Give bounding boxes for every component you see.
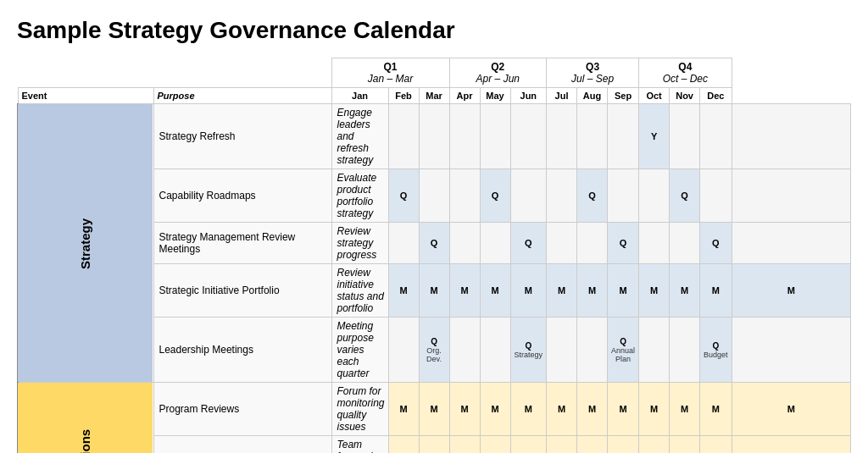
calendar-cell: M: [608, 264, 639, 318]
calendar-cell: [449, 169, 480, 223]
aug-header: Aug: [577, 88, 608, 104]
event-purpose: Meeting purpose varies each quarter: [331, 318, 388, 383]
page-title: Sample Strategy Governance Calendar: [17, 17, 851, 44]
calendar-cell: [732, 318, 850, 383]
calendar-cell: M: [700, 383, 732, 436]
q4-header: Q4 Oct – Dec: [639, 58, 732, 88]
calendar-cell: Y: [639, 104, 670, 169]
calendar-cell: [449, 318, 480, 383]
calendar-cell: [510, 169, 547, 223]
calendar-cell: M: [547, 383, 577, 436]
event-purpose: Team focused on optimizing processes: [331, 436, 388, 454]
calendar-cell: M: [419, 436, 449, 454]
calendar-cell: Q: [480, 169, 510, 223]
calendar-cell: M: [480, 436, 510, 454]
calendar-cell: M: [547, 264, 577, 318]
calendar-cell: M: [670, 436, 700, 454]
calendar-cell: QBudget: [700, 318, 732, 383]
event-name: Program Reviews: [153, 383, 331, 436]
calendar-cell: M: [732, 436, 850, 454]
event-purpose: Evaluate product portfolio strategy: [331, 169, 388, 223]
calendar-cell: [419, 169, 449, 223]
calendar-cell: Q: [608, 223, 639, 264]
calendar-cell: [419, 104, 449, 169]
q4-sub: Oct – Dec: [643, 73, 728, 85]
quarter-header-row: Q1 Jan – Mar Q2 Apr – Jun Q3 Jul – Sep Q…: [18, 58, 851, 88]
q3-header: Q3 Jul – Sep: [547, 58, 639, 88]
event-name: Strategic Initiative Portfolio: [153, 264, 331, 318]
q2-sub: Apr – Jun: [453, 73, 543, 85]
calendar-cell: [547, 104, 577, 169]
jun-header: Jun: [510, 88, 547, 104]
section-label-operations: Operations: [18, 383, 153, 454]
feb-header: Feb: [388, 88, 419, 104]
calendar-cell: [700, 104, 732, 169]
table-row: OperationsProgram ReviewsForum for monit…: [18, 383, 851, 436]
calendar-cell: M: [700, 264, 732, 318]
dec-header: Dec: [700, 88, 732, 104]
calendar-cell: [732, 104, 850, 169]
event-purpose: Review initiative status and portfolio: [331, 264, 388, 318]
calendar-cell: [547, 318, 577, 383]
calendar-cell: M: [419, 383, 449, 436]
event-purpose: Review strategy progress: [331, 223, 388, 264]
calendar-cell: M: [547, 436, 577, 454]
apr-header: Apr: [449, 88, 480, 104]
calendar-cell: M: [388, 264, 419, 318]
calendar-cell: Q: [670, 169, 700, 223]
mar-header: Mar: [419, 88, 449, 104]
calendar-cell: [388, 223, 419, 264]
q2-header: Q2 Apr – Jun: [449, 58, 547, 88]
calendar-cell: M: [510, 436, 547, 454]
calendar-cell: [608, 104, 639, 169]
calendar-cell: M: [577, 436, 608, 454]
calendar-cell: M: [670, 264, 700, 318]
calendar-table: Q1 Jan – Mar Q2 Apr – Jun Q3 Jul – Sep Q…: [17, 58, 851, 453]
calendar-cell: [480, 318, 510, 383]
event-name: Strategy Management Review Meetings: [153, 223, 331, 264]
event-name: Strategy Refresh: [153, 104, 331, 169]
calendar-cell: [670, 104, 700, 169]
q3-label: Q3: [550, 61, 635, 73]
calendar-cell: [700, 169, 732, 223]
may-header: May: [480, 88, 510, 104]
nov-header: Nov: [670, 88, 700, 104]
calendar-cell: [639, 223, 670, 264]
oct-header: Oct: [639, 88, 670, 104]
calendar-cell: Q: [419, 223, 449, 264]
calendar-cell: [547, 169, 577, 223]
calendar-cell: M: [449, 264, 480, 318]
calendar-cell: M: [700, 436, 732, 454]
calendar-cell: [670, 223, 700, 264]
event-name: Capability Roadmaps: [153, 169, 331, 223]
calendar-cell: M: [480, 264, 510, 318]
calendar-cell: Q: [388, 169, 419, 223]
purpose-col-header: Purpose: [153, 88, 331, 104]
calendar-cell: [732, 223, 850, 264]
event-name: Leadership Meetings: [153, 318, 331, 383]
q1-header: Q1 Jan – Mar: [331, 58, 449, 88]
q4-label: Q4: [643, 61, 728, 73]
calendar-cell: [449, 104, 480, 169]
jan-header: Jan: [331, 88, 388, 104]
calendar-cell: [732, 169, 850, 223]
calendar-cell: [639, 318, 670, 383]
calendar-cell: [639, 169, 670, 223]
column-labels-row: Event Purpose Jan Feb Mar Apr May Jun Ju…: [18, 88, 851, 104]
calendar-cell: [608, 169, 639, 223]
calendar-cell: [388, 318, 419, 383]
calendar-cell: Q: [700, 223, 732, 264]
calendar-cell: [449, 223, 480, 264]
q2-label: Q2: [453, 61, 543, 73]
event-purpose: Engage leaders and refresh strategy: [331, 104, 388, 169]
calendar-cell: M: [388, 436, 419, 454]
calendar-cell: M: [577, 264, 608, 318]
sep-header: Sep: [608, 88, 639, 104]
calendar-cell: M: [608, 383, 639, 436]
calendar-cell: [577, 104, 608, 169]
calendar-cell: M: [639, 383, 670, 436]
calendar-cell: QAnnual Plan: [608, 318, 639, 383]
calendar-cell: QStrategy: [510, 318, 547, 383]
calendar-cell: [510, 104, 547, 169]
calendar-cell: QOrg. Dev.: [419, 318, 449, 383]
